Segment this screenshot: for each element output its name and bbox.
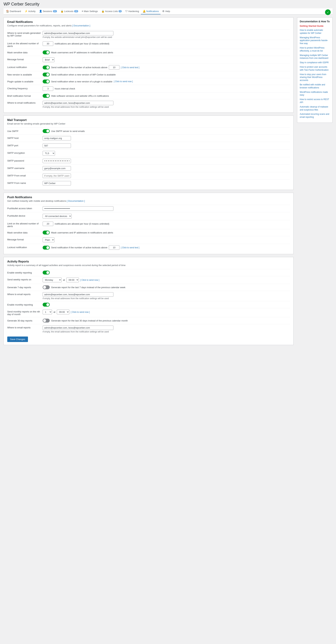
brief-format-row: Brief notification format Hide software … xyxy=(7,92,290,99)
mask-sensitive-push-toggle[interactable] xyxy=(43,230,50,234)
mask-sensitive-push-label: Mask sensitive data xyxy=(7,230,43,234)
where-email-reports-input[interactable] xyxy=(43,292,113,297)
new-version-toggle[interactable] xyxy=(43,72,50,76)
nav-dashboard-label: Dashboard xyxy=(10,10,21,12)
doc-link-1[interactable]: Managing WordPress application passwords… xyxy=(300,36,330,45)
nav-green-button[interactable]: ✓ xyxy=(325,10,331,15)
mask-sensitive-email-toggle[interactable] xyxy=(43,50,50,54)
nav-access-lists[interactable]: 🔒 Access Lists 9 xyxy=(100,8,123,14)
where-email-notif-input[interactable] xyxy=(43,101,113,105)
smtp-port-label: SMTP port xyxy=(7,144,43,147)
enable-monthly-toggle[interactable] xyxy=(43,303,50,306)
smtp-encryption-label: SMTP encryption xyxy=(7,151,43,154)
smtp-from-name-input[interactable] xyxy=(43,181,71,186)
generate-30day-toggle[interactable] xyxy=(43,319,50,322)
smtp-port-row: SMTP port xyxy=(7,142,290,149)
lockout-notif-email-toggle[interactable] xyxy=(43,66,50,70)
plugin-update-toggle[interactable] xyxy=(43,80,50,84)
email-notifications-doc-link[interactable]: [ Documentation ] xyxy=(72,24,90,27)
limit-alerts-push-input[interactable] xyxy=(43,222,53,226)
generate-7day-toggle[interactable] xyxy=(43,285,50,289)
nav-activity[interactable]: ⚡ Activity xyxy=(23,8,37,14)
smtp-port-input[interactable] xyxy=(43,144,71,148)
activity-reports-section: Activity Reports Activity report is a su… xyxy=(3,257,294,345)
pushbullet-device-label: Pushbullet device xyxy=(7,214,43,217)
doc-link-4[interactable]: Stay in compliance with GDPR xyxy=(300,61,330,64)
enable-weekly-toggle[interactable] xyxy=(43,271,50,274)
pushbullet-token-control xyxy=(43,206,290,211)
doc-link-10[interactable]: Automatic cleanup of malware and suspici… xyxy=(300,106,330,112)
send-monthly-now-link[interactable]: [ Click to send now ] xyxy=(71,311,90,313)
doc-link-6[interactable]: How to stop your users from sharing thei… xyxy=(300,73,330,82)
send-weekly-time-select[interactable]: 09:00 10:00 xyxy=(66,278,79,282)
where-email-reports2-input[interactable] xyxy=(43,326,113,330)
lockout-notif-push-row: Lockout notification Send notification i… xyxy=(7,244,290,251)
nav-hardening[interactable]: 🛡 Hardening xyxy=(123,8,141,14)
nav-sessions-label: Sessions xyxy=(43,10,52,12)
nav-sessions[interactable]: 👤 Sessions 11 xyxy=(37,8,59,14)
doc-link-7[interactable]: Be notified with mobile and browser noti… xyxy=(300,83,330,89)
limit-alerts-email-control: notifications are allowed per hour (0 me… xyxy=(43,42,290,46)
plugin-update-send-link[interactable]: [ Click to send now ] xyxy=(114,80,133,83)
smtp-username-input[interactable] xyxy=(43,166,71,170)
new-version-slider xyxy=(43,72,50,76)
doc-link-11[interactable]: Automated recurring scans and email repo… xyxy=(300,113,330,119)
lockout-notif-email-test-link[interactable]: [ Click to send test ] xyxy=(121,66,139,69)
send-monthly-time-select[interactable]: 09:00 xyxy=(57,310,69,314)
where-email-reports2-hint: if empty, the email addresses from the n… xyxy=(43,330,290,333)
send-weekly-now-link[interactable]: [ Click to send now ] xyxy=(80,279,99,281)
generate-30day-label: Generate 30-day reports xyxy=(7,319,43,322)
smtp-from-email-row: SMTP From email xyxy=(7,172,290,180)
doc-link-9[interactable]: How to restrict access to REST API xyxy=(300,98,330,104)
send-weekly-day-select[interactable]: Monday Tuesday Wednesday Thursday Friday… xyxy=(43,278,61,282)
pushbullet-token-input[interactable] xyxy=(43,206,113,211)
smtp-from-email-input[interactable] xyxy=(43,174,71,178)
nav-help[interactable]: ⚙ Help xyxy=(160,8,172,14)
limit-alerts-email-label: Limit on the allowed number of alerts xyxy=(7,42,43,48)
lockout-notif-email-threshold[interactable] xyxy=(109,65,119,70)
mask-sensitive-email-desc: Mask usernames and IP addresses in notif… xyxy=(51,51,113,54)
pushbullet-device-control: All connected devices Device 1 Device 2 xyxy=(43,214,290,218)
lockout-notif-push-threshold[interactable] xyxy=(109,245,119,250)
save-changes-button[interactable]: Save Changes xyxy=(7,336,28,342)
limit-alerts-email-input[interactable] xyxy=(43,42,53,46)
send-monthly-day-select[interactable]: 1 2 5 10 xyxy=(43,310,52,314)
message-format-push-control: Brief Full Plain xyxy=(43,238,290,242)
smtp-from-email-label: SMTP From email xyxy=(7,174,43,177)
doc-link-8[interactable]: WordPress notifications made easy xyxy=(300,91,330,97)
doc-link-2[interactable]: How to protect WordPress effectively, a … xyxy=(300,46,330,52)
doc-link-0[interactable]: How to enable automatic updates for WP C… xyxy=(300,29,330,35)
doc-link-3[interactable]: Managing multiple WP Cerber instances fr… xyxy=(300,54,330,60)
checking-freq-input[interactable] xyxy=(43,86,53,91)
nav-lockouts[interactable]: 🔒 Lockouts 16 xyxy=(59,8,80,14)
nav-main-settings[interactable]: ≡ Main Settings xyxy=(80,8,100,14)
lockouts-badge: 16 xyxy=(74,10,78,12)
use-smtp-toggle[interactable] xyxy=(43,129,50,133)
new-version-control: Send notification when a new version of … xyxy=(43,72,290,76)
where-email-reports-label: Where to email reports xyxy=(7,292,43,296)
mail-transport-section: Mail Transport Email server for sending … xyxy=(3,116,294,190)
lockout-notif-push-test-link[interactable]: [ Click to send test ] xyxy=(121,246,139,249)
plugin-update-desc: Send notification when a new version of … xyxy=(51,80,112,83)
message-format-email-select[interactable]: Brief Full Plain xyxy=(43,58,54,62)
getting-started-link[interactable]: Getting Started Guide xyxy=(300,24,330,27)
smtp-username-row: SMTP username xyxy=(7,164,290,172)
smtp-from-name-label: SMTP From name xyxy=(7,181,43,184)
nav-dashboard[interactable]: 🏠 Dashboard xyxy=(4,8,23,14)
message-format-push-select[interactable]: Brief Full Plain xyxy=(43,238,54,242)
smtp-host-input[interactable] xyxy=(43,136,71,140)
activity-icon: ⚡ xyxy=(24,10,27,12)
lockout-notif-email-control: Send notification if the number of activ… xyxy=(43,65,290,70)
smtp-password-input[interactable] xyxy=(43,159,71,163)
push-notifications-doc-link[interactable]: [ Documentation ] xyxy=(67,200,85,202)
nav-notifications[interactable]: 🔔 Notifications xyxy=(141,8,161,14)
smtp-encryption-select[interactable]: TLS SSL None xyxy=(43,151,55,156)
generate-30day-control: Generate report for the last 30 days ins… xyxy=(43,319,290,322)
where-to-send-input[interactable] xyxy=(43,31,113,36)
smtp-host-control xyxy=(43,136,290,140)
brief-format-toggle[interactable] xyxy=(43,94,50,98)
limit-alerts-email-row: Limit on the allowed number of alerts no… xyxy=(7,40,290,49)
lockout-notif-push-toggle[interactable] xyxy=(43,246,50,250)
doc-link-5[interactable]: How to protect user accounts with Two-Fa… xyxy=(300,66,330,72)
pushbullet-device-select[interactable]: All connected devices Device 1 Device 2 xyxy=(43,214,72,218)
